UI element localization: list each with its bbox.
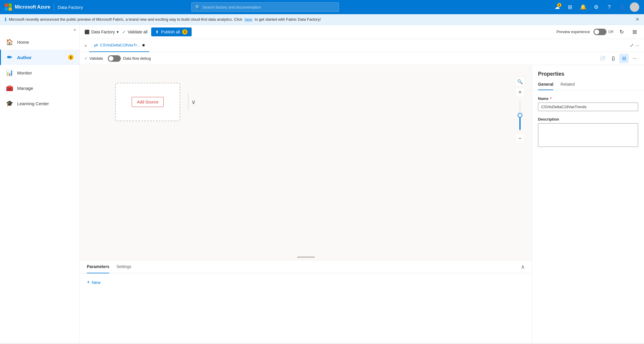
home-icon: 🏠 <box>6 38 13 46</box>
new-parameter-btn[interactable]: + New <box>87 279 525 285</box>
search-bar[interactable]: 🔍 <box>191 2 339 12</box>
people-icon: 👤 <box>619 4 625 10</box>
content-area: ⬛ Data Factory ▾ ✓ Validate all ⬆ Publis… <box>80 25 644 343</box>
toggle-track[interactable] <box>594 29 606 35</box>
checkmark-icon: ✓ <box>122 30 126 34</box>
debug-toggle-thumb <box>109 56 113 61</box>
plus-icon: + <box>519 89 522 95</box>
monitor-nav-btn[interactable]: ⊞ <box>565 2 575 12</box>
debug-toggle[interactable] <box>108 55 121 62</box>
publish-all-btn[interactable]: ⬆ Publish all 1 <box>151 27 192 36</box>
bottom-panel-collapse-btn[interactable]: ∧ <box>521 264 525 270</box>
settings-tab[interactable]: Settings <box>116 260 131 273</box>
zoom-slider-thumb[interactable] <box>518 113 522 118</box>
zoom-in-btn[interactable]: + <box>515 87 525 97</box>
factory-dropdown-btn[interactable]: ⬛ Data Factory ▾ <box>84 30 119 34</box>
validate-all-label: Validate all <box>128 30 147 34</box>
banner-close-btn[interactable]: ✕ <box>635 17 639 22</box>
cloud-nav-btn[interactable]: ☁ 1 <box>552 2 563 12</box>
df-script-btn[interactable]: 📄 <box>598 54 607 63</box>
properties-title: Properties <box>538 71 638 77</box>
svg-rect-0 <box>5 4 8 7</box>
dataflow-canvas[interactable]: Add Source ∨ 🔍 + <box>80 65 532 260</box>
add-source-btn[interactable]: Add Source <box>132 97 163 107</box>
df-code-btn[interactable]: {} <box>609 54 618 63</box>
gear-nav-btn[interactable]: ⚙ <box>591 2 601 12</box>
collapse-icon: « <box>74 27 76 32</box>
parameters-tab[interactable]: Parameters <box>87 260 109 273</box>
properties-related-tab[interactable]: Related <box>560 82 575 90</box>
info-icon: ℹ <box>5 17 6 22</box>
sidebar-item-manage[interactable]: 🧰 Manage <box>0 80 79 96</box>
sidebar-item-home[interactable]: 🏠 Home <box>0 34 79 50</box>
bottom-panel: Parameters Settings ∧ + New <box>80 260 532 343</box>
toolbar-right: Preview experience Off ↻ ⊞ <box>556 27 639 37</box>
source-node: Add Source ∨ <box>115 83 180 121</box>
top-nav-bar: Microsoft Azure Data Factory 🔍 ☁ 1 ⊞ 🔔 ⚙… <box>0 0 644 14</box>
df-settings-btn[interactable]: ⊟ <box>619 54 629 63</box>
more-btn[interactable]: ⊞ <box>630 27 639 37</box>
preview-toggle[interactable]: Off <box>594 29 613 35</box>
people-nav-btn[interactable]: 👤 <box>617 2 627 12</box>
toggle-thumb <box>594 30 599 34</box>
properties-panel: Properties General Related Name * <box>532 65 644 343</box>
user-avatar[interactable] <box>630 2 639 12</box>
canvas-inner: Add Source ∨ 🔍 + <box>80 65 532 260</box>
code-icon: {} <box>612 56 615 61</box>
name-field-label: Name * <box>538 96 638 101</box>
tab-more-icon[interactable]: ··· <box>635 43 639 48</box>
description-field-label: Description <box>538 117 638 121</box>
settings-icon: ⊟ <box>622 56 626 61</box>
bottom-panel-tabs: Parameters Settings ∧ <box>80 260 532 273</box>
gear-icon: ⚙ <box>594 4 599 10</box>
zoom-out-btn[interactable]: − <box>515 134 525 143</box>
brand-area: Microsoft Azure <box>5 4 50 11</box>
banner-text: Microsoft recently announced the public … <box>9 17 242 22</box>
properties-body: Name * Description <box>532 90 644 343</box>
dataflow-toolbar-right: 📄 {} ⊟ ··· <box>598 54 639 63</box>
sidebar-item-label: Author <box>17 55 32 60</box>
check-icon: ✓ <box>84 56 88 61</box>
canvas-search-btn[interactable]: 🔍 <box>515 77 525 86</box>
bottom-panel-content: + New <box>80 273 532 291</box>
tab-expand-icon[interactable]: ⤢ <box>630 43 634 48</box>
name-required-star: * <box>550 96 552 101</box>
sidebar-item-monitor[interactable]: 📊 Monitor <box>0 65 79 80</box>
sidebar-item-label: Manage <box>17 86 33 91</box>
sidebar: « 🏠 Home ✏ Author 1 📊 Monitor 🧰 Manage 🎓… <box>0 25 80 343</box>
description-field-group: Description <box>538 117 638 148</box>
dataflow-tab-icon: ⇄ <box>94 42 98 48</box>
bell-nav-btn[interactable]: 🔔 <box>578 2 588 12</box>
sidebar-item-label: Learning Center <box>17 101 49 106</box>
description-textarea[interactable] <box>538 123 638 147</box>
validate-btn[interactable]: ✓ Validate <box>84 56 103 61</box>
split-area: Add Source ∨ 🔍 + <box>80 65 644 343</box>
toggle-off-label: Off <box>608 30 613 34</box>
tab-name: CSVtoDeltaC19VaxTr... <box>100 43 140 47</box>
info-banner: ℹ Microsoft recently announced the publi… <box>0 14 644 25</box>
zoom-slider[interactable] <box>519 100 521 130</box>
main-toolbar: ⬛ Data Factory ▾ ✓ Validate all ⬆ Publis… <box>80 25 644 39</box>
dataflow-tab[interactable]: ⇄ CSVtoDeltaC19VaxTr... <box>89 39 149 52</box>
factory-chevron-icon: ▾ <box>117 30 119 34</box>
name-input[interactable] <box>538 103 638 111</box>
publish-label: Publish all <box>161 30 180 34</box>
validate-all-btn[interactable]: ✓ Validate all <box>122 30 147 34</box>
refresh-btn[interactable]: ↻ <box>617 27 626 37</box>
search-input[interactable] <box>203 5 335 9</box>
sidebar-item-author[interactable]: ✏ Author 1 <box>0 50 79 65</box>
sidebar-collapse-btn[interactable]: « <box>0 25 79 34</box>
svg-rect-3 <box>9 7 12 11</box>
sidebar-item-learning[interactable]: 🎓 Learning Center <box>0 96 79 111</box>
upload-icon: ⬆ <box>155 30 159 34</box>
sidebar-item-label: Home <box>17 40 29 45</box>
sidebar-item-label: Monitor <box>17 70 32 75</box>
banner-link[interactable]: here <box>245 17 252 22</box>
zoom-slider-track <box>519 100 521 130</box>
df-more-btn[interactable]: ··· <box>630 54 639 63</box>
properties-general-tab[interactable]: General <box>538 82 553 90</box>
help-nav-btn[interactable]: ? <box>604 2 614 12</box>
main-layout: « 🏠 Home ✏ Author 1 📊 Monitor 🧰 Manage 🎓… <box>0 25 644 343</box>
tab-expand-btn[interactable]: » <box>84 43 87 48</box>
manage-icon: 🧰 <box>6 85 13 92</box>
